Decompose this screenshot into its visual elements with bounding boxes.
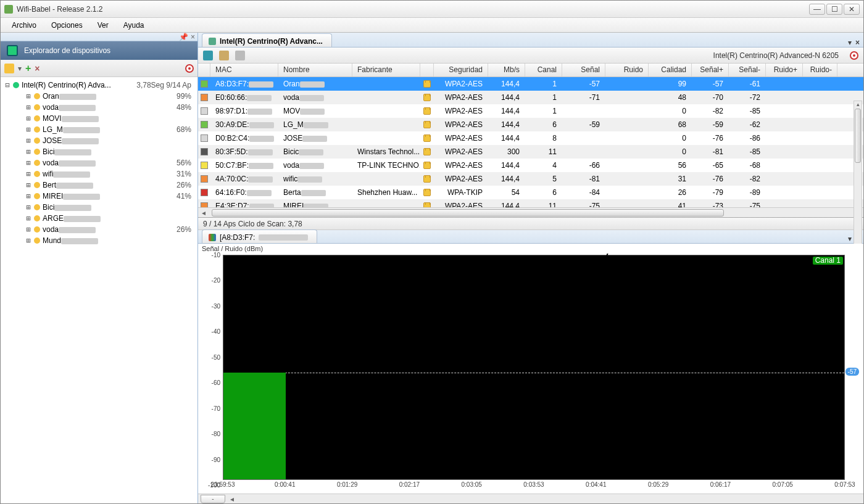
- tree-item[interactable]: ⊞voda56%: [4, 157, 194, 168]
- main-toolbar: Intel(R) Centrino(R) Advanced-N 6205: [198, 48, 863, 64]
- folder-icon[interactable]: [4, 64, 14, 73]
- lock-icon: [34, 93, 40, 99]
- stop-scan-icon[interactable]: [185, 64, 194, 73]
- networks-table: MAC Nombre Fabricante Seguridad Mb/s Can…: [198, 64, 863, 218]
- table-header[interactable]: MAC Nombre Fabricante Seguridad Mb/s Can…: [198, 64, 863, 77]
- lock-icon: [34, 104, 40, 110]
- h-scroll-thumb[interactable]: [212, 209, 724, 217]
- chart-dropdown-icon[interactable]: ▾: [848, 234, 852, 243]
- tree-item[interactable]: ⊞Bici: [4, 146, 194, 157]
- chart-page-tab[interactable]: -: [201, 495, 225, 503]
- chart-tab-label: [A8:D3:F7:: [220, 233, 255, 242]
- menu-options[interactable]: Opciones: [45, 19, 89, 31]
- close-panel-icon[interactable]: ×: [191, 33, 195, 41]
- main-panel: Intel(R) Centrino(R) Advanc... ▾ × Intel…: [198, 33, 863, 503]
- table-row[interactable]: D0:B2:C4: JOSE WPA2-AES 144,4 8 0 -76 -8…: [198, 131, 863, 145]
- table-row[interactable]: 30:A9:DE: LG_M WPA2-AES 144,4 6 -59 68 -…: [198, 118, 863, 131]
- adapter-tab-label: Intel(R) Centrino(R) Advanc...: [220, 37, 323, 46]
- add-icon[interactable]: +: [25, 64, 31, 73]
- lock-icon: [34, 160, 40, 166]
- v-scroll-thumb[interactable]: [855, 109, 861, 163]
- chart-tab[interactable]: [A8:D3:F7:: [202, 229, 317, 243]
- tree-item[interactable]: ⊞MIREI41%: [4, 191, 194, 202]
- table-row[interactable]: A8:D3:F7: Oran WPA2-AES 144,4 1 -57 99 -…: [198, 77, 863, 91]
- sidebar: 📌 × Explorador de dispositivos ▾ + × ⊟ I…: [1, 33, 198, 503]
- lock-icon: [34, 115, 40, 122]
- table-row[interactable]: 4A:70:0C: wific WPA2-AES 144,4 5 -81 31 …: [198, 172, 863, 186]
- chart-xaxis: 23:59:530:00:410:01:290:02:170:03:050:03…: [223, 481, 845, 494]
- lock-icon: [34, 193, 40, 199]
- signal-value-badge: -57: [845, 368, 859, 376]
- tree-item[interactable]: ⊞Bert26%: [4, 180, 194, 191]
- minimize-button[interactable]: —: [809, 4, 825, 15]
- lock-icon: [34, 204, 40, 210]
- tree-item[interactable]: ⊞ARGE: [4, 213, 194, 224]
- lock-icon: [34, 171, 40, 177]
- table-row[interactable]: 98:97:D1: MOV WPA2-AES 144,4 1 0 -82 -85: [198, 104, 863, 118]
- sidebar-header-controls: 📌 ×: [1, 33, 197, 41]
- col-noisem: Ruido-: [803, 64, 837, 76]
- wifi-adapter-icon: [13, 82, 19, 88]
- table-horizontal-scrollbar[interactable]: ◂: [198, 207, 863, 217]
- stop-icon[interactable]: [850, 51, 858, 60]
- tab-dropdown-icon[interactable]: ▾: [848, 38, 852, 47]
- menu-view[interactable]: Ver: [91, 19, 115, 31]
- adapter-tab[interactable]: Intel(R) Centrino(R) Advanc...: [202, 33, 332, 47]
- close-button[interactable]: ✕: [844, 4, 860, 15]
- tree-item[interactable]: ⊞Bici: [4, 202, 194, 213]
- lock-icon: [423, 175, 431, 183]
- table-row[interactable]: 64:16:F0: Berta Shehzhen Huaw... WPA-TKI…: [198, 186, 863, 199]
- menubar: Archivo Opciones Ver Ayuda: [1, 18, 863, 33]
- signal-area: [223, 373, 286, 479]
- col-ch: Canal: [525, 64, 562, 76]
- lock-icon: [423, 94, 431, 101]
- titlebar: Wifi-Babel - Release 2.1.2 — ☐ ✕: [1, 1, 863, 18]
- lock-icon: [423, 134, 431, 142]
- chart-canvas[interactable]: Canal 1 -57: [223, 255, 845, 480]
- lock-icon: [34, 138, 40, 144]
- chart-yaxis: -10-20-30-40-50-60-70-80-90-100: [198, 255, 223, 485]
- table-body[interactable]: A8:D3:F7: Oran WPA2-AES 144,4 1 -57 99 -…: [198, 77, 863, 207]
- menu-help[interactable]: Ayuda: [117, 19, 151, 31]
- sidebar-title-label: Explorador de dispositivos: [24, 46, 110, 55]
- tree-item[interactable]: ⊞Oran99%: [4, 91, 194, 102]
- export-icon[interactable]: [219, 51, 229, 60]
- table-row[interactable]: E4:3E:D7: MIREI WPA2-AES 144,4 11 -75 41…: [198, 199, 863, 207]
- table-vertical-scrollbar[interactable]: ▴: [854, 101, 862, 249]
- adapter-tabstrip: Intel(R) Centrino(R) Advanc... ▾ ×: [198, 33, 863, 48]
- tree-item[interactable]: ⊞JOSE: [4, 135, 194, 146]
- col-mbs: Mb/s: [488, 64, 525, 76]
- chart-bottom-scroll[interactable]: - ◂: [198, 494, 863, 503]
- window-title: Wifi-Babel - Release 2.1.2: [17, 5, 808, 14]
- device-tree[interactable]: ⊟ Intel(R) Centrino(R) Adva... 3,78Seg 9…: [1, 77, 197, 503]
- status-bar: 9 / 14 Aps Ciclo de Scan: 3,78: [198, 218, 863, 230]
- chart-tabstrip: [A8:D3:F7: ▾ ×: [198, 230, 863, 244]
- maximize-button[interactable]: ☐: [826, 4, 842, 15]
- sidebar-title: Explorador de dispositivos: [1, 41, 197, 60]
- col-fab: Fabricante: [352, 64, 420, 76]
- col-sec: Seguridad: [434, 64, 488, 76]
- device-explorer-icon: [7, 45, 18, 56]
- close-tab-icon[interactable]: ×: [855, 38, 860, 47]
- col-qual: Calidad: [649, 64, 692, 76]
- tree-item[interactable]: ⊞voda48%: [4, 102, 194, 113]
- lock-icon: [423, 148, 431, 155]
- pin-icon[interactable]: 📌: [179, 33, 188, 41]
- col-sig: Señal: [562, 64, 605, 76]
- options-icon[interactable]: [235, 51, 245, 60]
- table-row[interactable]: E0:60:66: voda WPA2-AES 144,4 1 -71 48 -…: [198, 91, 863, 104]
- tree-item[interactable]: ⊞Mund: [4, 235, 194, 246]
- lock-icon: [34, 226, 40, 233]
- menu-file[interactable]: Archivo: [6, 19, 43, 31]
- save-icon[interactable]: [203, 51, 213, 60]
- delete-icon[interactable]: ×: [35, 64, 39, 73]
- tree-item[interactable]: ⊞LG_M68%: [4, 124, 194, 135]
- tree-item[interactable]: ⊞wifi31%: [4, 168, 194, 180]
- tree-item[interactable]: ⊞voda26%: [4, 224, 194, 235]
- tree-item[interactable]: ⊞MOVI: [4, 113, 194, 124]
- table-row[interactable]: 80:3F:5D: Bicic Winstars Technol... WPA2…: [198, 145, 863, 159]
- lock-icon: [423, 121, 431, 128]
- table-row[interactable]: 50:C7:BF: voda TP-LINK TECHNO... WPA2-AE…: [198, 159, 863, 172]
- tree-root[interactable]: ⊟ Intel(R) Centrino(R) Adva... 3,78Seg 9…: [4, 80, 194, 91]
- app-icon: [4, 5, 13, 14]
